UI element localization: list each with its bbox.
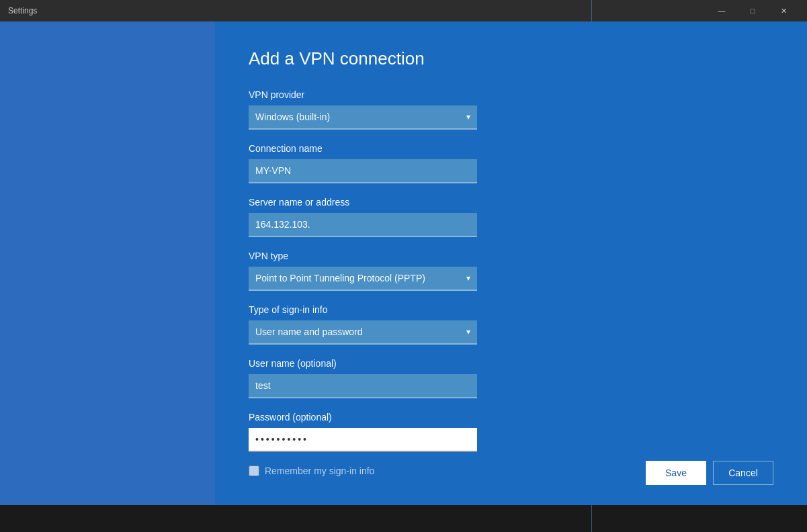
title-bar: Settings — □ ✕ — [0, 0, 807, 21]
username-group: User name (optional) — [249, 358, 773, 398]
main-window: Add a VPN connection VPN provider Window… — [0, 21, 807, 505]
close-button[interactable]: ✕ — [768, 0, 799, 21]
password-input[interactable] — [249, 428, 477, 452]
title-bar-title: Settings — [8, 6, 706, 15]
password-group: Password (optional) — [249, 412, 773, 452]
minimize-button[interactable]: — — [706, 0, 737, 21]
sidebar — [0, 21, 215, 505]
cancel-button[interactable]: Cancel — [713, 461, 773, 485]
username-input[interactable] — [249, 374, 477, 398]
connection-name-label: Connection name — [249, 143, 773, 154]
content-area: Add a VPN connection VPN provider Window… — [215, 21, 807, 505]
vpn-type-select[interactable]: Point to Point Tunneling Protocol (PPTP) — [249, 267, 477, 290]
sign-in-type-select-wrapper[interactable]: User name and password ▾ — [249, 320, 477, 345]
username-label: User name (optional) — [249, 358, 773, 369]
vpn-type-select-wrapper[interactable]: Point to Point Tunneling Protocol (PPTP)… — [249, 267, 477, 291]
password-label: Password (optional) — [249, 412, 773, 423]
remember-info-label: Remember my sign-in info — [265, 466, 374, 476]
sign-in-type-group: Type of sign-in info User name and passw… — [249, 304, 773, 345]
server-address-group: Server name or address — [249, 197, 773, 237]
save-button[interactable]: Save — [646, 461, 706, 485]
page-title: Add a VPN connection — [249, 48, 773, 69]
button-bar: Save Cancel — [646, 461, 773, 485]
vpn-provider-select[interactable]: Windows (built-in) — [249, 105, 477, 128]
title-bar-controls: — □ ✕ — [706, 0, 799, 21]
vpn-provider-select-wrapper[interactable]: Windows (built-in) ▾ — [249, 105, 477, 130]
vpn-provider-group: VPN provider Windows (built-in) ▾ — [249, 89, 773, 130]
maximize-button[interactable]: □ — [737, 0, 768, 21]
vpn-provider-label: VPN provider — [249, 89, 773, 100]
remember-info-checkbox[interactable] — [249, 466, 259, 476]
sign-in-type-label: Type of sign-in info — [249, 304, 773, 315]
sign-in-type-select[interactable]: User name and password — [249, 320, 477, 343]
vpn-type-group: VPN type Point to Point Tunneling Protoc… — [249, 251, 773, 291]
server-address-input[interactable] — [249, 213, 477, 237]
vpn-type-label: VPN type — [249, 251, 773, 261]
server-address-label: Server name or address — [249, 197, 773, 208]
taskbar — [0, 505, 807, 532]
connection-name-group: Connection name — [249, 143, 773, 183]
connection-name-input[interactable] — [249, 159, 477, 183]
